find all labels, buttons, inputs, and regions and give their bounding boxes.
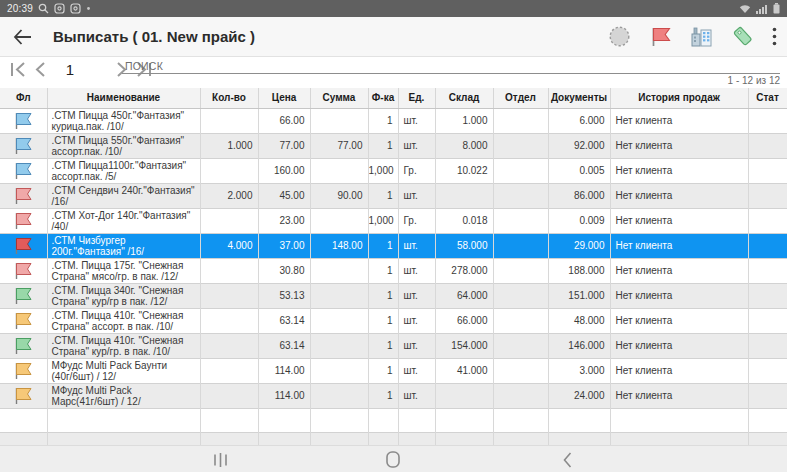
docs-cell: 48.000 xyxy=(548,308,610,333)
col-header-docs[interactable]: Документы xyxy=(548,88,610,108)
stat-cell xyxy=(748,208,787,233)
qty-cell xyxy=(200,333,258,358)
history-cell: Нет клиента xyxy=(610,283,748,308)
flag-icon xyxy=(12,336,34,355)
table-row[interactable]: .СТМ Сендвич 240г."Фантазия" /16/ 2.000 … xyxy=(0,183,787,208)
col-header-history[interactable]: История продаж xyxy=(610,88,748,108)
factory-icon[interactable] xyxy=(689,25,714,48)
col-header-price[interactable]: Цена xyxy=(258,88,310,108)
fka-cell: 1 xyxy=(368,233,398,258)
dept-cell xyxy=(493,283,548,308)
record-range-label: 1 - 12 из 12 xyxy=(728,75,780,86)
stock-cell: 278.000 xyxy=(435,258,493,283)
notification-dot xyxy=(86,6,91,11)
fka-cell xyxy=(368,408,398,432)
prev-page-button[interactable] xyxy=(31,60,51,79)
col-header-stat[interactable]: Стат xyxy=(748,88,787,108)
stock-cell: 0.018 xyxy=(435,208,493,233)
table-row[interactable]: .СТМ. Пицца 410г. "Снежная Страна" ассор… xyxy=(0,308,787,333)
qty-cell xyxy=(200,208,258,233)
sum-cell xyxy=(310,208,368,233)
qty-cell xyxy=(200,408,258,432)
table-row[interactable]: .СТМ Чизбургер 200г."Фантазия" /16/ 4.00… xyxy=(0,233,787,258)
search-input[interactable] xyxy=(122,59,780,74)
table-row[interactable]: .СТМ Хот-Дог 140г."Фантазия" /40/ 23.00 … xyxy=(0,208,787,233)
price-cell: 77.00 xyxy=(258,133,310,158)
sum-cell xyxy=(310,258,368,283)
col-header-stock[interactable]: Склад xyxy=(435,88,493,108)
price-cell: 160.00 xyxy=(258,158,310,183)
flag-icon xyxy=(12,236,34,255)
history-cell: Нет клиента xyxy=(610,308,748,333)
table-row[interactable]: МФудс Multi Pack Марс(41г/6шт) / 12/ 114… xyxy=(0,383,787,408)
stat-cell xyxy=(748,158,787,183)
table-header: Фл Наименование Кол-во Цена Сумма Ф-ка Е… xyxy=(0,88,787,108)
dept-cell xyxy=(493,208,548,233)
col-header-dept[interactable]: Отдел xyxy=(493,88,548,108)
history-cell: Нет клиента xyxy=(610,233,748,258)
table-row[interactable]: .СТМ Пицца 450г."Фантазия" курица.пак. /… xyxy=(0,108,787,133)
flag-icon xyxy=(12,311,34,330)
item-name-cell: .СТМ. Пицца 340г. "Снежная Страна" кур/г… xyxy=(47,283,200,308)
flag-icon[interactable] xyxy=(648,25,672,48)
back-arrow-button[interactable] xyxy=(13,29,32,45)
app-screen: 20:39 xyxy=(0,0,787,472)
table-row[interactable]: МФудс Multi Pack Баунти (40г/6шт) / 12/ … xyxy=(0,358,787,383)
dept-cell xyxy=(493,358,548,383)
unit-cell: шт. xyxy=(398,258,435,283)
sum-cell xyxy=(310,308,368,333)
item-name-cell: .СТМ. Пицца 410г. "Снежная Страна" кур/г… xyxy=(47,333,200,358)
status-bar: 20:39 xyxy=(0,0,787,17)
table-row[interactable]: .СТМ Пицца1100г."Фантазия" ассорт.пак. /… xyxy=(0,158,787,183)
recents-button[interactable] xyxy=(190,446,250,472)
dotted-circle-icon[interactable] xyxy=(608,25,631,48)
price-cell: 37.00 xyxy=(258,233,310,258)
dept-cell xyxy=(493,233,548,258)
unit-cell: шт. xyxy=(398,133,435,158)
dept-cell xyxy=(493,108,548,133)
item-name-cell: .СТМ Пицца 550г."Фантазия" ассорт.пак. /… xyxy=(47,133,200,158)
col-header-name[interactable]: Наименование xyxy=(47,88,200,108)
item-name-cell: .СТМ Хот-Дог 140г."Фантазия" /40/ xyxy=(47,208,200,233)
qty-cell xyxy=(200,358,258,383)
qty-cell xyxy=(200,258,258,283)
price-cell: 63.14 xyxy=(258,308,310,333)
item-name-cell: .СТМ Сендвич 240г."Фантазия" /16/ xyxy=(47,183,200,208)
flag-icon xyxy=(12,386,34,405)
stock-cell: 1.000 xyxy=(435,108,493,133)
unit-cell: Гр. xyxy=(398,158,435,183)
col-header-fka[interactable]: Ф-ка xyxy=(368,88,398,108)
back-button[interactable] xyxy=(537,446,597,472)
dept-cell xyxy=(493,383,548,408)
history-cell: Нет клиента xyxy=(610,158,748,183)
table-row[interactable]: .СТМ. Пицца 340г. "Снежная Страна" кур/г… xyxy=(0,283,787,308)
docs-cell: 86.000 xyxy=(548,183,610,208)
col-header-unit[interactable]: Ед. xyxy=(398,88,435,108)
flag-icon xyxy=(12,286,34,305)
sum-cell: 77.00 xyxy=(310,133,368,158)
flag-icon xyxy=(12,186,34,205)
table-row[interactable]: .СТМ Пицца 550г."Фантазия" ассорт.пак. /… xyxy=(0,133,787,158)
first-page-button[interactable] xyxy=(6,60,31,79)
home-button[interactable] xyxy=(363,446,423,472)
price-list-table: Фл Наименование Кол-во Цена Сумма Ф-ка Е… xyxy=(0,88,787,457)
price-cell: 23.00 xyxy=(258,208,310,233)
col-header-flag[interactable]: Фл xyxy=(0,88,47,108)
table-row[interactable]: .СТМ. Пицца 410г. "Снежная Страна" кур/г… xyxy=(0,333,787,358)
unit-cell: шт. xyxy=(398,283,435,308)
dept-cell xyxy=(493,258,548,283)
page-number-field[interactable]: 1 xyxy=(61,61,79,78)
history-cell: Нет клиента xyxy=(610,108,748,133)
overflow-menu-icon[interactable] xyxy=(772,27,777,46)
flag-icon xyxy=(12,136,34,155)
stat-cell xyxy=(748,258,787,283)
sum-cell xyxy=(310,358,368,383)
table-row xyxy=(0,408,787,432)
col-header-qty[interactable]: Кол-во xyxy=(200,88,258,108)
qty-cell: 2.000 xyxy=(200,183,258,208)
table-row[interactable]: .СТМ. Пицца 175г. "Снежная Страна" мясо/… xyxy=(0,258,787,283)
col-header-sum[interactable]: Сумма xyxy=(310,88,368,108)
qty-cell xyxy=(200,108,258,133)
stat-cell xyxy=(748,308,787,333)
tag-icon[interactable] xyxy=(731,25,755,48)
